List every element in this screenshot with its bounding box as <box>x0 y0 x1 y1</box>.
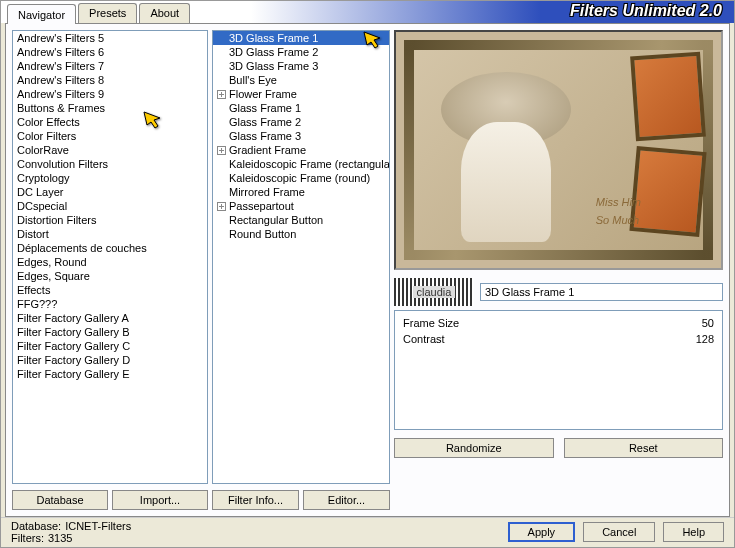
slider-value: 128 <box>696 333 714 345</box>
list-item[interactable]: Round Button <box>213 227 389 241</box>
preview-text-1: Miss Him <box>596 196 641 208</box>
slider-row[interactable]: Frame Size50 <box>399 315 718 331</box>
list-item[interactable]: Edges, Round <box>13 255 207 269</box>
list-item-label: Rectangular Button <box>229 214 323 226</box>
list-item[interactable]: 3D Glass Frame 2 <box>213 45 389 59</box>
list-item[interactable]: Andrew's Filters 5 <box>13 31 207 45</box>
slider-label: Frame Size <box>403 317 459 329</box>
tab-about[interactable]: About <box>139 3 190 23</box>
current-filter-name: 3D Glass Frame 1 <box>480 283 723 301</box>
list-item[interactable]: Effects <box>13 283 207 297</box>
import-button[interactable]: Import... <box>112 490 208 510</box>
list-item[interactable]: Rectangular Button <box>213 213 389 227</box>
list-item-label: Kaleidoscopic Frame (round) <box>229 172 370 184</box>
list-item[interactable]: Color Filters <box>13 129 207 143</box>
list-item-label: 3D Glass Frame 3 <box>229 60 318 72</box>
list-item[interactable]: Déplacements de couches <box>13 241 207 255</box>
list-item[interactable]: Filter Factory Gallery A <box>13 311 207 325</box>
list-item-label: 3D Glass Frame 1 <box>229 32 318 44</box>
list-item[interactable]: DC Layer <box>13 185 207 199</box>
filter-list[interactable]: 3D Glass Frame 13D Glass Frame 23D Glass… <box>212 30 390 484</box>
tab-navigator[interactable]: Navigator <box>7 4 76 24</box>
list-item[interactable]: 3D Glass Frame 3 <box>213 59 389 73</box>
category-list[interactable]: Andrew's Filters 5Andrew's Filters 6Andr… <box>12 30 208 484</box>
list-item[interactable]: Filter Factory Gallery B <box>13 325 207 339</box>
list-item[interactable]: FFG??? <box>13 297 207 311</box>
app-title: Filters Unlimited 2.0 <box>570 2 722 20</box>
list-item[interactable]: Kaleidoscopic Frame (rectangular) <box>213 157 389 171</box>
list-item[interactable]: Andrew's Filters 9 <box>13 87 207 101</box>
editor-button[interactable]: Editor... <box>303 490 390 510</box>
list-item[interactable]: Andrew's Filters 7 <box>13 59 207 73</box>
preview-panel: Miss HimSo Much <box>394 30 723 270</box>
reset-button[interactable]: Reset <box>564 438 724 458</box>
filter-info-button[interactable]: Filter Info... <box>212 490 299 510</box>
slider-panel: Frame Size50Contrast128 <box>394 310 723 430</box>
tab-bar: Navigator Presets About <box>7 3 192 23</box>
list-item[interactable]: Gradient Frame <box>213 143 389 157</box>
list-item-label: Passepartout <box>229 200 294 212</box>
apply-button[interactable]: Apply <box>508 522 576 542</box>
list-item[interactable]: ColorRave <box>13 143 207 157</box>
list-item[interactable]: Filter Factory Gallery E <box>13 367 207 381</box>
list-item-label: Bull's Eye <box>229 74 277 86</box>
list-item-label: Flower Frame <box>229 88 297 100</box>
list-item[interactable]: Bull's Eye <box>213 73 389 87</box>
list-item-label: Kaleidoscopic Frame (rectangular) <box>229 158 390 170</box>
list-item-label: 3D Glass Frame 2 <box>229 46 318 58</box>
footer-info: Database:ICNET-Filters Filters:3135 <box>11 520 131 544</box>
list-item[interactable]: DCspecial <box>13 199 207 213</box>
list-item[interactable]: Edges, Square <box>13 269 207 283</box>
list-item[interactable]: Color Effects <box>13 115 207 129</box>
expand-icon[interactable] <box>217 90 226 99</box>
expand-icon[interactable] <box>217 146 226 155</box>
list-item[interactable]: Andrew's Filters 8 <box>13 73 207 87</box>
list-item[interactable]: Glass Frame 3 <box>213 129 389 143</box>
preview-text-2: So Much <box>596 214 639 226</box>
randomize-button[interactable]: Randomize <box>394 438 554 458</box>
list-item-label: Gradient Frame <box>229 144 306 156</box>
list-item[interactable]: Distort <box>13 227 207 241</box>
list-item-label: Glass Frame 3 <box>229 130 301 142</box>
list-item[interactable]: Kaleidoscopic Frame (round) <box>213 171 389 185</box>
list-item[interactable]: 3D Glass Frame 1 <box>213 31 389 45</box>
list-item-label: Glass Frame 2 <box>229 116 301 128</box>
list-item[interactable]: Distortion Filters <box>13 213 207 227</box>
list-item[interactable]: Cryptology <box>13 171 207 185</box>
help-button[interactable]: Help <box>663 522 724 542</box>
list-item[interactable]: Convolution Filters <box>13 157 207 171</box>
list-item[interactable]: Flower Frame <box>213 87 389 101</box>
watermark-badge: claudia <box>394 278 474 306</box>
list-item-label: Mirrored Frame <box>229 186 305 198</box>
tab-presets[interactable]: Presets <box>78 3 137 23</box>
slider-row[interactable]: Contrast128 <box>399 331 718 347</box>
slider-label: Contrast <box>403 333 445 345</box>
list-item[interactable]: Filter Factory Gallery D <box>13 353 207 367</box>
list-item[interactable]: Filter Factory Gallery C <box>13 339 207 353</box>
list-item[interactable]: Buttons & Frames <box>13 101 207 115</box>
list-item[interactable]: Mirrored Frame <box>213 185 389 199</box>
list-item-label: Glass Frame 1 <box>229 102 301 114</box>
list-item[interactable]: Glass Frame 2 <box>213 115 389 129</box>
list-item[interactable]: Passepartout <box>213 199 389 213</box>
list-item[interactable]: Glass Frame 1 <box>213 101 389 115</box>
expand-icon[interactable] <box>217 202 226 211</box>
list-item[interactable]: Andrew's Filters 6 <box>13 45 207 59</box>
cancel-button[interactable]: Cancel <box>583 522 655 542</box>
list-item-label: Round Button <box>229 228 296 240</box>
slider-value: 50 <box>702 317 714 329</box>
database-button[interactable]: Database <box>12 490 108 510</box>
